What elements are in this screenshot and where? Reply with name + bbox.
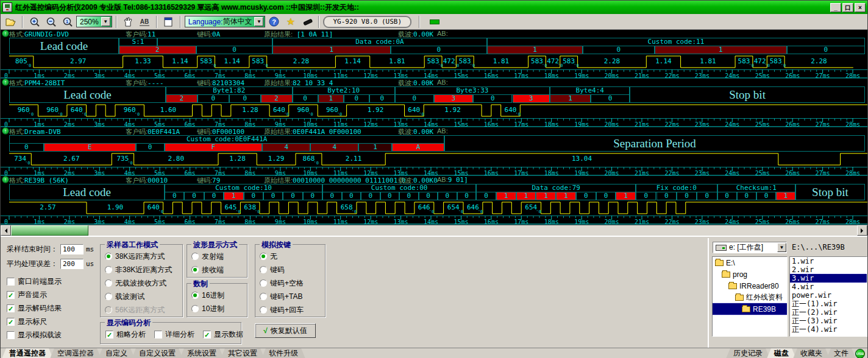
- sample-end-input[interactable]: [60, 244, 84, 254]
- tab-文件[interactable]: 文件: [827, 348, 856, 358]
- checkbox-icon[interactable]: ✓: [7, 318, 15, 326]
- checkbox-窗口前端显示[interactable]: 窗口前端显示: [7, 275, 62, 288]
- checkbox-icon[interactable]: ✓: [105, 331, 113, 339]
- open-file-button[interactable]: [3, 15, 18, 29]
- horizontal-scrollbar[interactable]: [1, 225, 867, 236]
- scroll-left-button[interactable]: [1, 225, 11, 236]
- radio-键码+空格[interactable]: 键码+空格: [260, 276, 321, 290]
- radio-icon[interactable]: [260, 266, 267, 273]
- radio-icon[interactable]: [191, 266, 199, 273]
- radio-56K远距离方式[interactable]: 56K远距离方式: [105, 303, 179, 317]
- checkbox-显示模拟载波[interactable]: 显示模拟载波: [7, 328, 62, 342]
- tab-空调遥控器[interactable]: 空调遥控器: [50, 348, 101, 358]
- radio-icon[interactable]: [260, 253, 267, 260]
- file-item[interactable]: 1.wir: [790, 257, 867, 265]
- probe-button[interactable]: [299, 15, 315, 29]
- radio-icon[interactable]: [260, 306, 267, 314]
- checkbox-icon[interactable]: [154, 331, 162, 339]
- maximize-button[interactable]: 口: [842, 3, 853, 12]
- tab-普通遥控器[interactable]: 普通遥控器: [2, 348, 53, 358]
- radio-无载波接收方式[interactable]: 无载波接收方式: [105, 276, 179, 290]
- checkbox-详细分析[interactable]: 详细分析: [154, 329, 194, 340]
- radio-键码+TAB[interactable]: 键码+TAB: [260, 290, 321, 303]
- radio-接收端[interactable]: 接收端: [191, 263, 243, 276]
- radio-icon[interactable]: [191, 305, 199, 312]
- checkbox-icon[interactable]: ✓: [7, 304, 15, 312]
- tab-收藏夹[interactable]: 收藏夹: [793, 348, 830, 358]
- chevron-down-icon[interactable]: ▼: [254, 17, 263, 26]
- checkbox-icon[interactable]: ✓: [7, 291, 15, 299]
- chevron-down-icon[interactable]: ▼: [777, 243, 786, 252]
- radio-icon[interactable]: [191, 253, 199, 260]
- radio-10进制[interactable]: 10进制: [191, 302, 243, 315]
- favorites-button[interactable]: ★: [283, 15, 298, 29]
- radio-icon[interactable]: [260, 293, 267, 300]
- restore-defaults-button[interactable]: √ 恢复默认值: [255, 323, 316, 338]
- tab-磁盘[interactable]: 磁盘: [767, 348, 796, 358]
- tree-item-E:\[interactable]: E:\: [713, 257, 787, 268]
- file-item[interactable]: 正一(4).wir: [790, 325, 867, 334]
- file-item[interactable]: 4.wir: [790, 283, 867, 291]
- radio-发射端[interactable]: 发射端: [191, 250, 243, 263]
- pan-button[interactable]: [121, 15, 136, 29]
- scrollbar-track[interactable]: [88, 225, 857, 236]
- radio-16进制[interactable]: 16进制: [191, 289, 243, 302]
- close-button[interactable]: ×: [855, 3, 866, 12]
- radio-无[interactable]: 无: [260, 250, 321, 263]
- checkbox-icon[interactable]: ✓: [203, 331, 211, 339]
- scroll-right-button[interactable]: [857, 225, 867, 236]
- radio-icon[interactable]: [105, 253, 112, 260]
- tab-历史记录[interactable]: 历史记录: [726, 348, 770, 358]
- file-item[interactable]: 3.wir: [790, 274, 867, 283]
- drive-select[interactable]: e: [工作盘] ▼: [713, 242, 787, 253]
- radio-键码+回车[interactable]: 键码+回车: [260, 303, 321, 317]
- checkbox-icon[interactable]: [7, 331, 15, 339]
- radio-icon[interactable]: [105, 266, 112, 273]
- file-item[interactable]: 正一(2).wir: [790, 308, 867, 317]
- tree-item-prog[interactable]: prog: [713, 268, 787, 280]
- radio-载波测试[interactable]: 载波测试: [105, 290, 179, 303]
- file-item[interactable]: 正一(1).wir: [790, 300, 867, 308]
- device-status-button[interactable]: YG-920 V8.0 (USB): [323, 16, 411, 28]
- tab-软件升级[interactable]: 软件升级: [261, 348, 305, 358]
- radio-icon[interactable]: [105, 293, 112, 300]
- file-item[interactable]: 2.wir: [790, 265, 867, 274]
- tree-item-IRReader80[interactable]: IRReader80: [713, 280, 787, 292]
- checkbox-icon[interactable]: [7, 278, 15, 286]
- tree-item-红外线资料[interactable]: 红外线资料: [713, 292, 787, 303]
- radio-icon[interactable]: [105, 279, 112, 287]
- zoom-in-button[interactable]: [27, 15, 42, 29]
- expand-icon[interactable]: ↑: [2, 30, 9, 37]
- radio-38K远距离方式[interactable]: 38K远距离方式: [105, 250, 179, 263]
- file-item[interactable]: power.wir: [790, 291, 867, 300]
- tree-item-RE39B[interactable]: RE39B: [713, 303, 787, 315]
- file-item[interactable]: 正一(3).wir: [790, 317, 867, 325]
- tab-自定义[interactable]: 自定义: [98, 348, 135, 358]
- radio-icon[interactable]: [191, 292, 199, 299]
- radio-icon[interactable]: [105, 306, 112, 314]
- new-window-button[interactable]: [161, 15, 176, 29]
- help-button[interactable]: ?: [266, 15, 282, 29]
- expand-icon[interactable]: ↑: [2, 79, 9, 86]
- checkbox-粗略分析[interactable]: ✓粗略分析: [105, 329, 146, 340]
- avg-error-input[interactable]: [60, 259, 84, 269]
- zoom-actual-button[interactable]: 1: [60, 15, 75, 29]
- radio-icon[interactable]: [260, 279, 267, 287]
- radio-非38K近距离方式[interactable]: 非38K近距离方式: [105, 263, 179, 276]
- scrollbar-thumb[interactable]: [11, 225, 88, 236]
- checkbox-显示数据[interactable]: ✓显示数据: [203, 329, 243, 340]
- minimize-button[interactable]: _: [830, 3, 841, 12]
- zoom-level-select[interactable]: 250% ▼: [76, 16, 112, 27]
- expand-icon[interactable]: ↑: [2, 127, 9, 135]
- tab-其它设置[interactable]: 其它设置: [221, 348, 265, 358]
- checkbox-显示解码结果[interactable]: ✓显示解码结果: [7, 301, 62, 315]
- tab-系统设置[interactable]: 系统设置: [180, 348, 224, 358]
- radio-键码[interactable]: 键码: [260, 263, 321, 276]
- language-select[interactable]: Language: 简体中文 ▼: [185, 16, 266, 27]
- checkbox-显示标尺[interactable]: ✓显示标尺: [7, 315, 62, 328]
- tab-自定义设置[interactable]: 自定义设置: [132, 348, 183, 358]
- expand-icon[interactable]: ↑: [2, 176, 9, 183]
- ab-measure-button[interactable]: AB: [137, 15, 152, 29]
- zoom-out-button[interactable]: [43, 15, 59, 29]
- checkbox-声音提示[interactable]: ✓声音提示: [7, 288, 62, 301]
